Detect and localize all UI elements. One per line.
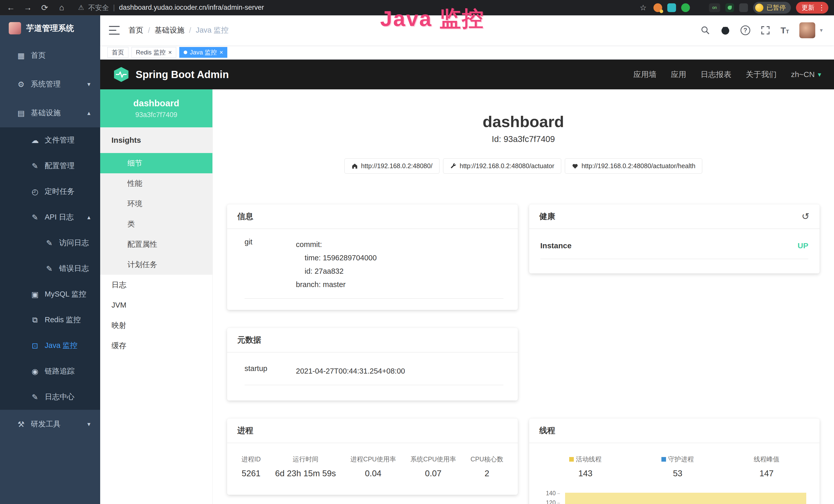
sidebar-item-基础设施[interactable]: ▤基础设施▴ [0,98,100,127]
stat-value: 6d 23h 15m 59s [275,468,336,478]
tab-Redis 监控[interactable]: Redis 监控× [132,47,176,58]
sidebar-item-首页[interactable]: ▦首页 [0,41,100,70]
sidebar-item-label: Java 监控 [45,340,77,351]
sidebar-item-访问日志[interactable]: ✎访问日志 [0,230,100,256]
url-text: dashboard.yudao.iocoder.cn/infra/admin-s… [119,4,264,12]
omnibox-divider: | [113,4,115,12]
threads-stats: 活动线程143守护进程53线程峰值147 [529,443,820,488]
health-instance-label: Instance [541,241,572,250]
sba-sidebar-items: 日志JVM映射缓存 [100,275,213,356]
link-label: http://192.168.0.2:48080/actuator [460,162,554,170]
process-card: 进程 进程ID5261运行时间6d 23h 15m 59s进程CPU使用率0.0… [227,418,518,495]
bookmark-star-icon[interactable]: ☆ [638,3,648,12]
card-title: 线程 [540,425,555,436]
sba-nav-日志报表[interactable]: 日志报表 [700,69,731,80]
sba-content: dashboard Id: 93a3fc7f7409 http://192.16… [213,89,834,504]
back-button[interactable]: ← [6,3,16,12]
close-icon[interactable]: × [219,49,223,56]
git-line: branch: master [296,278,503,291]
api-log-icon: ✎ [29,213,41,222]
sidebar-item-文件管理[interactable]: ☁文件管理 [0,127,100,153]
sba-sidebar-item-细节[interactable]: 细节 [100,153,213,173]
sba-sidebar-item-配置属性[interactable]: 配置属性 [100,234,213,254]
instance-link[interactable]: http://192.168.0.2:48080/actuator/health [565,158,702,174]
instance-link[interactable]: http://192.168.0.2:48080/ [345,158,439,174]
sidebar-item-链路追踪[interactable]: ◉链路追踪 [0,359,100,384]
threads-chart: 140120100 [542,491,810,504]
profile-status: 已暂停 [766,3,786,12]
breadcrumb-item[interactable]: 首页 [128,25,143,36]
sba-nav-应用[interactable]: 应用 [671,69,686,80]
search-icon[interactable] [700,25,710,35]
info-key: git [244,238,296,291]
sidebar-item-日志中心[interactable]: ✎日志中心 [0,384,100,410]
insights-group-title: Insights [100,127,213,153]
extension-icon-switch[interactable]: on [709,3,720,12]
instance-selector[interactable]: dashboard 93a3fc7f7409 [100,89,213,127]
extension-icon-leaf[interactable] [725,3,734,12]
fullscreen-icon[interactable] [761,25,770,35]
sba-nav-应用墙[interactable]: 应用墙 [633,69,656,80]
sba-sidebar-item-环境[interactable]: 环境 [100,193,213,214]
extension-icon-grid[interactable] [695,3,704,12]
sba-nav-items: 应用墙应用日志报表关于我们 [633,69,776,80]
instance-link[interactable]: http://192.168.0.2:48080/actuator [443,158,561,174]
extension-icon-drop[interactable] [667,3,676,12]
access-log-icon: ✎ [43,238,56,248]
health-icon [572,163,578,169]
sidebar-item-Redis 监控[interactable]: ⧉Redis 监控 [0,307,100,333]
sba-sidebar-item-日志[interactable]: 日志 [100,275,213,295]
address-bar[interactable]: ⚠ 不安全 | dashboard.yudao.iocoder.cn/infra… [73,2,631,13]
sidebar-item-Java 监控[interactable]: ⊡Java 监控 [0,333,100,359]
github-icon[interactable] [721,25,730,35]
locale-selector[interactable]: zh~CN ▾ [791,70,821,79]
extension-icon-puzzle[interactable] [739,3,748,12]
threads-card: 线程 活动线程143守护进程53线程峰值147 140120100 [529,418,820,504]
sidebar-item-配置管理[interactable]: ✎配置管理 [0,153,100,179]
sba-sidebar-item-计划任务[interactable]: 计划任务 [100,254,213,275]
sidebar-item-API 日志[interactable]: ✎API 日志▴ [0,204,100,230]
sba-nav-关于我们[interactable]: 关于我们 [746,69,776,80]
sidebar-item-研发工具[interactable]: ⚒研发工具▾ [0,410,100,438]
sba-sidebar-item-性能[interactable]: 性能 [100,173,213,193]
instance-name: dashboard [133,98,179,108]
update-button[interactable]: 更新 ⋮ [796,2,828,14]
extension-icon-green[interactable] [681,3,690,12]
reload-button[interactable]: ⟳ [40,3,50,13]
sidebar-item-定时任务[interactable]: ◴定时任务 [0,179,100,204]
sidebar-item-系统管理[interactable]: ⚙系统管理▾ [0,70,100,98]
screen: Java 监控 ← → ⟳ ⌂ ⚠ 不安全 | dashboard.yudao.… [0,0,834,504]
history-icon[interactable]: ↺ [802,211,809,222]
profile-chip[interactable]: 已暂停 [753,2,791,14]
sba-sidebar-item-缓存[interactable]: 缓存 [100,336,213,356]
active-threads-area [565,493,807,504]
sba-sidebar-item-类[interactable]: 类 [100,214,213,234]
stat-label-text: 线程峰值 [753,455,779,463]
extension-icon-fox[interactable] [654,3,662,12]
help-icon[interactable]: ? [741,25,750,35]
home-button[interactable]: ⌂ [57,3,67,12]
forward-button[interactable]: → [23,3,33,12]
hamburger-icon[interactable] [109,26,120,35]
threads-card-title: 线程 [529,418,820,443]
breadcrumb-item[interactable]: 基础设施 [155,25,184,36]
font-size-icon[interactable]: TT [781,25,789,36]
tab-Java 监控[interactable]: Java 监控× [179,47,227,58]
sba-sidebar-item-映射[interactable]: 映射 [100,315,213,336]
sba-sidebar-item-JVM[interactable]: JVM [100,295,213,315]
chevron-down-icon: ▾ [87,420,90,428]
user-avatar[interactable] [799,22,815,38]
health-card: 健康 ↺ Instance UP [529,204,820,273]
info-card: 信息 git commit:time: 1596289704000id: 27a… [227,204,518,310]
menu-kebab-icon[interactable]: ⋮ [818,3,825,12]
breadcrumb: 首页/基础设施/Java 监控 [128,25,228,36]
stat-value: 0.07 [411,468,456,478]
sidebar-item-MySQL 监控[interactable]: ▣MySQL 监控 [0,281,100,307]
sidebar-item-错误日志[interactable]: ✎错误日志 [0,256,100,281]
browser-extensions: ☆ on 已暂停 更新 ⋮ [638,2,828,14]
close-icon[interactable]: × [168,49,172,56]
tab-首页[interactable]: 首页 [107,47,128,58]
logo-title: 芋道管理系统 [26,23,74,33]
stat-value: 5261 [241,468,261,478]
table-row: Instance UP [541,241,809,259]
